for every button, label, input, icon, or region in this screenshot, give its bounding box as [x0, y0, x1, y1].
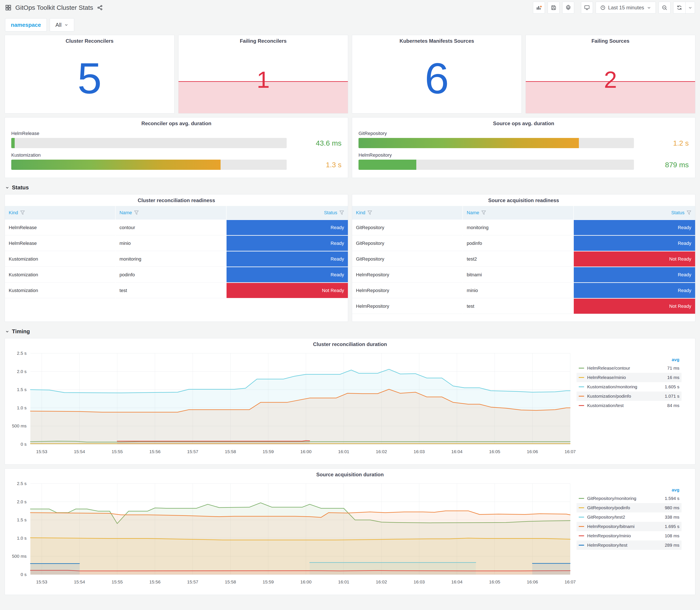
stat-panel[interactable]: Failing Sources2	[525, 35, 695, 113]
svg-text:16:07: 16:07	[565, 449, 576, 454]
legend-series-avg: 84 ms	[667, 403, 679, 408]
legend-item[interactable]: GitRepository/monitoring1.594 s	[576, 494, 682, 503]
svg-text:15:58: 15:58	[225, 449, 236, 454]
tv-mode-button[interactable]	[581, 2, 593, 14]
svg-text:16:03: 16:03	[413, 579, 425, 584]
readiness-table: KindNameStatusHelmReleasecontourReadyHel…	[5, 206, 348, 298]
section-status[interactable]: Status	[5, 184, 695, 191]
bar-gauge-title: Reconciler ops avg. duration	[11, 117, 342, 127]
legend-item[interactable]: HelmRepository/minio108 ms	[576, 531, 682, 541]
svg-text:15:54: 15:54	[74, 579, 85, 584]
legend-series-avg: 338 ms	[665, 515, 679, 520]
status-badge: Ready	[227, 267, 348, 283]
stat-panel[interactable]: Cluster Reconcilers5	[5, 35, 175, 113]
legend-series-dash	[579, 396, 584, 397]
time-range-picker[interactable]: Last 15 minutes	[596, 2, 656, 14]
stat-panel[interactable]: Failing Reconcilers1	[178, 35, 348, 113]
legend-item[interactable]: HelmRepository/bitnami1.695 s	[576, 522, 682, 531]
bar-gauge-panel[interactable]: Reconciler ops avg. durationHelmRelease4…	[5, 117, 348, 178]
share-icon[interactable]	[97, 5, 103, 11]
section-status-label: Status	[12, 184, 29, 191]
filter-funnel-icon[interactable]	[368, 210, 372, 215]
gauges-row: Reconciler ops avg. durationHelmRelease4…	[5, 117, 695, 178]
gauge-line: 43.6 ms	[11, 138, 342, 148]
column-header-status[interactable]: Status	[574, 206, 695, 220]
legend-series-name: GitRepository/test2	[587, 515, 625, 520]
clock-icon	[600, 5, 606, 11]
legend-item[interactable]: Kustomization/test84 ms	[576, 401, 682, 410]
column-header-name[interactable]: Name	[463, 206, 573, 220]
chart-title: Cluster reconciliation duration	[5, 338, 695, 347]
tables-row: Cluster reconciliation readinessKindName…	[5, 194, 695, 322]
legend-item[interactable]: HelmRepository/test289 ms	[576, 541, 682, 550]
bar-gauge-panel[interactable]: Source ops avg. durationGitRepository1.2…	[352, 117, 695, 178]
column-header-label: Kind	[356, 210, 365, 215]
stat-panel-title: Kubernetes Manifests Sources	[352, 35, 521, 44]
filter-funnel-icon[interactable]	[687, 210, 691, 215]
chart-plot-area[interactable]: 0 s500 ms1.0 s1.5 s2.0 s2.5 s15:5315:541…	[5, 479, 576, 589]
column-header-status[interactable]: Status	[227, 206, 348, 220]
section-timing[interactable]: Timing	[5, 328, 695, 335]
column-header-name[interactable]: Name	[116, 206, 226, 220]
legend-avg-header[interactable]: avg	[576, 486, 682, 494]
gauge-value: 879 ms	[640, 161, 689, 169]
chart-plot-area[interactable]: 0 s500 ms1.0 s1.5 s2.0 s2.5 s15:5315:541…	[5, 349, 576, 459]
gauge-value: 1.2 s	[640, 139, 689, 147]
legend-series-avg: 1.605 s	[665, 384, 679, 389]
gauge-bar-fill	[11, 160, 221, 170]
gauge-row: HelmRelease43.6 ms	[11, 131, 342, 148]
stat-panel-title: Failing Sources	[526, 35, 695, 44]
cell-kind: Kustomization	[5, 267, 115, 283]
column-header-kind[interactable]: Kind	[5, 206, 115, 220]
dashboard-grid-icon[interactable]	[5, 4, 12, 11]
legend-series-dash	[579, 545, 584, 546]
gauge-line: 879 ms	[358, 160, 689, 170]
stat-value: 2	[526, 68, 695, 91]
legend-series-name: Kustomization/monitoring	[587, 384, 637, 389]
refresh-button[interactable]	[673, 2, 685, 13]
add-panel-button[interactable]	[533, 2, 545, 14]
filter-funnel-icon[interactable]	[20, 210, 25, 215]
gauge-value: 1.3 s	[293, 161, 342, 169]
legend-item[interactable]: GitRepository/test2338 ms	[576, 512, 682, 522]
dashboard-settings-button[interactable]	[562, 2, 574, 14]
legend-item[interactable]: Kustomization/podinfo1.071 s	[576, 391, 682, 401]
legend-item[interactable]: HelmRelease/minio16 ms	[576, 373, 682, 382]
svg-text:2.0 s: 2.0 s	[17, 499, 27, 504]
zoom-out-button[interactable]	[658, 2, 670, 14]
column-header-label: Kind	[9, 210, 18, 215]
legend-item[interactable]: GitRepository/podinfo980 ms	[576, 503, 682, 512]
svg-text:16:01: 16:01	[338, 579, 349, 584]
svg-text:15:56: 15:56	[149, 449, 161, 454]
stat-panel-title: Cluster Reconcilers	[5, 35, 174, 44]
save-dashboard-button[interactable]	[548, 2, 559, 14]
legend-series-name: GitRepository/monitoring	[587, 496, 636, 501]
legend-item[interactable]: HelmRelease/contour71 ms	[576, 364, 682, 373]
stat-panel[interactable]: Kubernetes Manifests Sources6	[352, 35, 522, 113]
bar-gauge-title: Source ops avg. duration	[358, 117, 689, 127]
status-badge: Ready	[227, 252, 348, 267]
chevron-down-icon	[5, 186, 9, 190]
cell-name: bitnami	[463, 267, 573, 283]
legend-series-dash	[579, 377, 584, 378]
legend-item[interactable]: Kustomization/monitoring1.605 s	[576, 382, 682, 391]
column-header-kind[interactable]: Kind	[352, 206, 462, 220]
status-badge: Ready	[574, 283, 695, 298]
gauge-bar-track	[358, 138, 634, 148]
refresh-interval-dropdown[interactable]	[685, 2, 695, 13]
svg-text:15:53: 15:53	[36, 579, 47, 584]
legend-series-name: Kustomization/test	[587, 403, 624, 408]
cell-kind: HelmRepository	[352, 299, 462, 314]
svg-text:16:00: 16:00	[300, 449, 311, 454]
filter-funnel-icon[interactable]	[339, 210, 344, 215]
svg-text:15:59: 15:59	[263, 579, 274, 584]
legend-avg-header[interactable]: avg	[576, 356, 682, 364]
filter-funnel-icon[interactable]	[481, 210, 486, 215]
cell-kind: Kustomization	[5, 283, 115, 298]
status-badge: Not Ready	[574, 299, 695, 314]
svg-text:15:54: 15:54	[74, 449, 85, 454]
stats-row: Cluster Reconcilers5Failing Reconcilers1…	[5, 35, 695, 113]
namespace-filter-dropdown[interactable]: All	[50, 18, 74, 31]
filter-funnel-icon[interactable]	[134, 210, 139, 215]
legend-series-name: HelmRelease/minio	[587, 375, 626, 380]
